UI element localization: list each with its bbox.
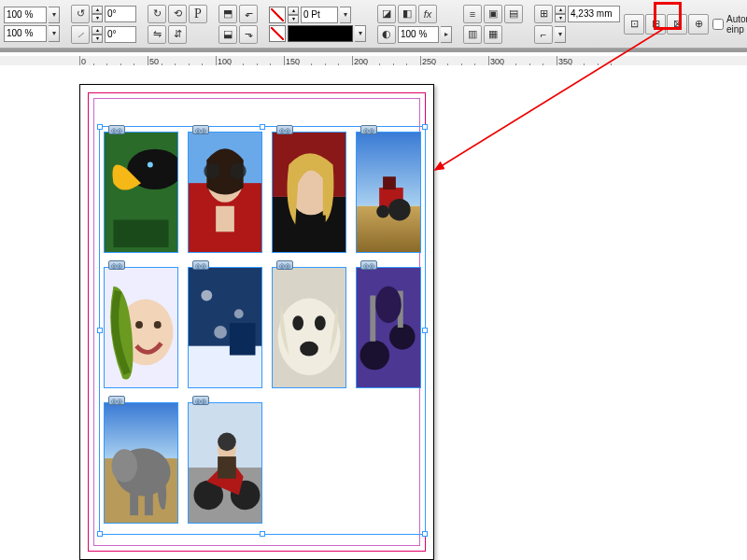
select-next-icon[interactable]: ⬎	[239, 25, 258, 44]
rotate-cw-icon[interactable]: ↻	[148, 5, 166, 23]
stroke-spinner[interactable]: ▴▾	[288, 7, 299, 23]
zoom-y-dropdown[interactable]: ▾	[49, 25, 60, 42]
drums-image	[357, 268, 420, 387]
opacity-icon[interactable]: ◐	[377, 25, 396, 44]
link-badge-icon: ◎◎	[360, 125, 377, 134]
svg-point-18	[388, 199, 411, 221]
stroke-weight-dropdown[interactable]: ▾	[340, 7, 351, 23]
drop-shadow-icon[interactable]: ◪	[377, 5, 396, 23]
feather-icon[interactable]: ◧	[398, 5, 416, 23]
elephant-image	[105, 403, 177, 523]
rotate-spinner-1[interactable]: ▴▾	[92, 6, 103, 22]
zoom-group: 100 % ▾ 100 % ▾	[4, 7, 60, 42]
opacity-dropdown[interactable]: ▸	[441, 26, 452, 43]
link-badge-icon: ◎◎	[192, 260, 209, 270]
opacity-field[interactable]: 100 %	[398, 26, 439, 43]
selection-handle[interactable]	[97, 531, 103, 537]
wrap-none-icon[interactable]: ≡	[463, 5, 482, 23]
svg-point-2	[148, 162, 153, 168]
chevron-down-icon: ▾	[52, 29, 56, 37]
document-workspace[interactable]: ◎◎◎◎◎◎◎◎◎◎◎◎◎◎◎◎◎◎◎◎	[0, 65, 747, 560]
svg-point-33	[315, 315, 326, 330]
image-frame[interactable]: ◎◎	[104, 402, 178, 524]
stroke-weight-field[interactable]: 0 Pt	[301, 7, 338, 23]
svg-rect-17	[383, 176, 396, 189]
rotate-field-1[interactable]: 0°	[105, 6, 136, 22]
zoom-x-dropdown[interactable]: ▾	[49, 7, 60, 23]
stroke-style-dropdown[interactable]: ▾	[355, 25, 366, 42]
image-frame[interactable]: ◎◎	[104, 132, 178, 253]
wrap-jump-icon[interactable]: ▥	[463, 25, 482, 44]
wrap-shape-icon[interactable]: ▤	[504, 5, 523, 23]
chevron-down-icon: ▾	[359, 29, 362, 37]
svg-point-37	[359, 341, 389, 371]
svg-rect-39	[370, 296, 375, 342]
svg-point-9	[230, 162, 247, 179]
toolbar-divider	[0, 49, 747, 52]
svg-point-22	[135, 321, 143, 329]
selection-handle[interactable]	[260, 124, 265, 130]
corner-options-icon[interactable]: ⌐	[534, 25, 553, 44]
page: ◎◎◎◎◎◎◎◎◎◎◎◎◎◎◎◎◎◎◎◎	[79, 84, 434, 560]
chevron-down-icon: ▸	[444, 30, 448, 38]
paragraph-icon[interactable]: P	[189, 5, 207, 23]
svg-point-45	[111, 449, 137, 482]
svg-point-8	[204, 162, 220, 179]
tractor-image	[357, 133, 420, 252]
image-frame[interactable]: ◎◎	[188, 402, 262, 524]
top-toolbar: 100 % ▾ 100 % ▾ ↺ ▴▾ 0° ⟋ ▴▾ 0° ↻ ⟲ P ⇋ …	[0, 0, 747, 49]
spacing-field[interactable]: 4,233 mm	[568, 6, 620, 22]
svg-rect-47	[145, 488, 153, 516]
fit-frame-prop-icon[interactable]: ⊡	[624, 14, 644, 35]
svg-point-41	[375, 287, 402, 323]
rotate-spinner-2[interactable]: ▴▾	[92, 26, 103, 43]
selection-handle[interactable]	[260, 531, 265, 537]
zoom-x-field[interactable]: 100 %	[4, 7, 47, 23]
shear-icon[interactable]: ⟋	[71, 25, 90, 44]
image-frame[interactable]: ◎◎	[356, 132, 421, 253]
spacing-spinner[interactable]: ▴▾	[555, 6, 566, 22]
selection-handle[interactable]	[422, 531, 428, 537]
select-container-icon[interactable]: ⬒	[218, 5, 237, 23]
autofit-checkbox[interactable]: Automatisch einp	[712, 14, 747, 35]
no-stroke-icon[interactable]	[269, 25, 286, 42]
image-frame[interactable]: ◎◎	[356, 267, 421, 388]
rotate-group: ↺ ▴▾ 0° ⟋ ▴▾ 0°	[71, 5, 136, 44]
image-frame[interactable]: ◎◎	[104, 267, 178, 388]
flip-v-icon[interactable]: ⇵	[168, 25, 187, 44]
selection-handle[interactable]	[422, 328, 428, 333]
transform-group: ↻ ⟲ P ⇋ ⇵	[148, 5, 207, 44]
fit-content-icon[interactable]: ⊞	[534, 5, 553, 23]
center-content-icon[interactable]: ⊕	[688, 14, 709, 35]
selection-handle[interactable]	[422, 124, 428, 130]
rotate-field-2[interactable]: 0°	[105, 26, 136, 43]
link-badge-icon: ◎◎	[192, 396, 209, 405]
no-fill-icon[interactable]	[269, 7, 286, 23]
corner-dropdown[interactable]: ▾	[555, 26, 566, 43]
zoom-y-field[interactable]: 100 %	[4, 25, 47, 42]
select-prev-icon[interactable]: ⬐	[239, 5, 258, 23]
selection-handle[interactable]	[97, 328, 103, 333]
svg-rect-46	[130, 488, 138, 516]
flip-h-icon[interactable]: ⇋	[148, 25, 166, 44]
fx-icon[interactable]: fx	[418, 5, 437, 23]
svg-point-53	[218, 433, 236, 452]
rotate-ccw-icon[interactable]: ↺	[71, 5, 90, 23]
svg-rect-7	[216, 206, 234, 232]
selection-handle[interactable]	[97, 124, 103, 130]
chevron-down-icon: ▾	[52, 10, 56, 19]
image-frame[interactable]: ◎◎	[188, 267, 262, 388]
chevron-down-icon: ▾	[344, 10, 347, 19]
svg-point-26	[201, 290, 212, 301]
wrap-bbox-icon[interactable]: ▣	[484, 5, 502, 23]
image-frame[interactable]: ◎◎	[272, 132, 346, 253]
svg-point-38	[389, 324, 416, 350]
select-content-icon[interactable]: ⬓	[218, 25, 237, 44]
image-frame[interactable]: ◎◎	[188, 132, 262, 253]
rotate-180-icon[interactable]: ⟲	[168, 5, 187, 23]
image-frame[interactable]: ◎◎	[272, 267, 346, 388]
autofit-box-icon[interactable]	[712, 19, 724, 30]
wrap-jump-next-icon[interactable]: ▦	[484, 25, 502, 44]
winter-image	[189, 268, 261, 387]
stroke-style-swatch[interactable]	[288, 25, 353, 42]
